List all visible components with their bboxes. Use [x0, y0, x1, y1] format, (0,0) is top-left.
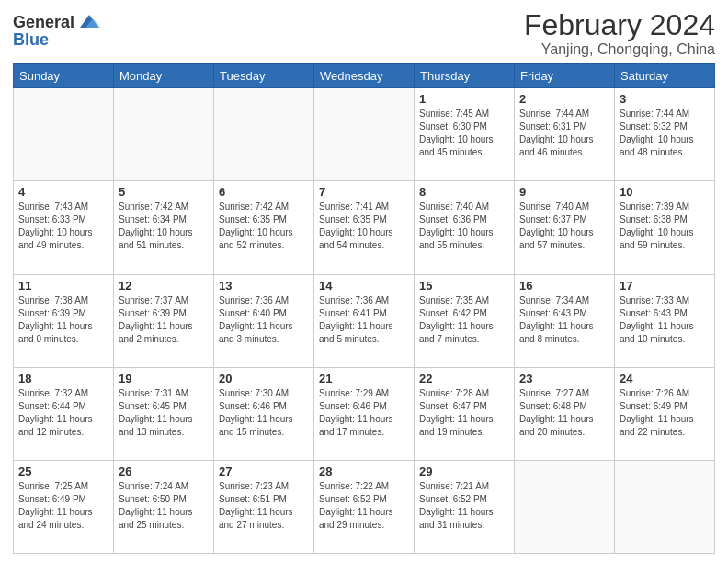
calendar-cell: 1Sunrise: 7:45 AMSunset: 6:30 PMDaylight… [415, 88, 515, 181]
calendar-cell: 23Sunrise: 7:27 AMSunset: 6:48 PMDayligh… [515, 367, 615, 460]
day-number: 24 [620, 372, 710, 385]
calendar-cell: 17Sunrise: 7:33 AMSunset: 6:43 PMDayligh… [615, 274, 715, 367]
calendar-cell: 3Sunrise: 7:44 AMSunset: 6:32 PMDaylight… [615, 88, 715, 181]
day-info: Sunrise: 7:28 AMSunset: 6:47 PMDaylight:… [419, 387, 509, 439]
day-number: 14 [319, 279, 409, 293]
day-number: 22 [419, 372, 509, 385]
day-number: 19 [119, 372, 209, 385]
day-info: Sunrise: 7:45 AMSunset: 6:30 PMDaylight:… [419, 108, 509, 159]
title-block: February 2024 Yanjing, Chongqing, China [524, 9, 715, 58]
day-number: 10 [620, 185, 710, 199]
day-info: Sunrise: 7:24 AMSunset: 6:50 PMDaylight:… [119, 480, 209, 532]
calendar-cell: 8Sunrise: 7:40 AMSunset: 6:36 PMDaylight… [415, 181, 515, 274]
day-number: 2 [519, 92, 609, 106]
logo-general: General [13, 14, 74, 30]
day-number: 20 [219, 372, 309, 385]
logo-blue: Blue [13, 30, 49, 49]
calendar-cell: 12Sunrise: 7:37 AMSunset: 6:39 PMDayligh… [114, 274, 214, 367]
calendar-cell: 7Sunrise: 7:41 AMSunset: 6:35 PMDaylight… [314, 181, 415, 274]
calendar-cell [615, 460, 715, 553]
day-number: 17 [620, 279, 710, 293]
calendar-cell: 6Sunrise: 7:42 AMSunset: 6:35 PMDaylight… [214, 181, 314, 274]
calendar-table: Sunday Monday Tuesday Wednesday Thursday… [13, 63, 715, 554]
day-info: Sunrise: 7:29 AMSunset: 6:46 PMDaylight:… [319, 387, 409, 439]
logo-icon [76, 11, 100, 31]
logo: General Blue [13, 13, 100, 49]
day-info: Sunrise: 7:43 AMSunset: 6:33 PMDaylight:… [18, 201, 108, 252]
calendar-subtitle: Yanjing, Chongqing, China [524, 41, 715, 58]
day-info: Sunrise: 7:39 AMSunset: 6:38 PMDaylight:… [620, 201, 710, 252]
header: General Blue February 2024 Yanjing, Chon… [13, 9, 715, 58]
day-info: Sunrise: 7:30 AMSunset: 6:46 PMDaylight:… [219, 387, 309, 439]
calendar-cell [314, 88, 415, 181]
day-number: 11 [18, 279, 108, 293]
day-number: 8 [419, 185, 509, 199]
week-row-1: 1Sunrise: 7:45 AMSunset: 6:30 PMDaylight… [14, 88, 715, 181]
day-number: 15 [419, 279, 509, 293]
header-monday: Monday [114, 64, 214, 88]
week-row-4: 18Sunrise: 7:32 AMSunset: 6:44 PMDayligh… [14, 367, 715, 460]
day-number: 12 [119, 279, 209, 293]
day-info: Sunrise: 7:42 AMSunset: 6:35 PMDaylight:… [219, 201, 309, 252]
day-info: Sunrise: 7:38 AMSunset: 6:39 PMDaylight:… [18, 294, 108, 346]
calendar-cell: 20Sunrise: 7:30 AMSunset: 6:46 PMDayligh… [214, 367, 314, 460]
day-number: 5 [119, 185, 209, 199]
day-info: Sunrise: 7:27 AMSunset: 6:48 PMDaylight:… [519, 387, 609, 439]
header-thursday: Thursday [415, 64, 515, 88]
calendar-cell: 25Sunrise: 7:25 AMSunset: 6:49 PMDayligh… [14, 460, 114, 553]
day-info: Sunrise: 7:22 AMSunset: 6:52 PMDaylight:… [319, 480, 409, 532]
day-number: 7 [319, 185, 409, 199]
day-info: Sunrise: 7:36 AMSunset: 6:41 PMDaylight:… [319, 294, 409, 346]
page: General Blue February 2024 Yanjing, Chon… [0, 0, 728, 563]
calendar-cell: 2Sunrise: 7:44 AMSunset: 6:31 PMDaylight… [515, 88, 615, 181]
day-number: 21 [319, 372, 409, 385]
calendar-cell: 24Sunrise: 7:26 AMSunset: 6:49 PMDayligh… [615, 367, 715, 460]
day-info: Sunrise: 7:31 AMSunset: 6:45 PMDaylight:… [119, 387, 209, 439]
day-info: Sunrise: 7:42 AMSunset: 6:34 PMDaylight:… [119, 201, 209, 252]
calendar-cell [14, 88, 114, 181]
calendar-cell: 10Sunrise: 7:39 AMSunset: 6:38 PMDayligh… [615, 181, 715, 274]
calendar-cell [114, 88, 214, 181]
week-row-5: 25Sunrise: 7:25 AMSunset: 6:49 PMDayligh… [14, 460, 715, 553]
day-number: 6 [219, 185, 309, 199]
week-row-3: 11Sunrise: 7:38 AMSunset: 6:39 PMDayligh… [14, 274, 715, 367]
day-number: 29 [419, 465, 509, 478]
day-info: Sunrise: 7:25 AMSunset: 6:49 PMDaylight:… [18, 480, 108, 532]
day-info: Sunrise: 7:36 AMSunset: 6:40 PMDaylight:… [219, 294, 309, 346]
calendar-cell: 26Sunrise: 7:24 AMSunset: 6:50 PMDayligh… [114, 460, 214, 553]
header-friday: Friday [515, 64, 615, 88]
day-number: 3 [620, 92, 710, 106]
day-info: Sunrise: 7:37 AMSunset: 6:39 PMDaylight:… [119, 294, 209, 346]
calendar-cell: 27Sunrise: 7:23 AMSunset: 6:51 PMDayligh… [214, 460, 314, 553]
calendar-cell: 14Sunrise: 7:36 AMSunset: 6:41 PMDayligh… [314, 274, 415, 367]
calendar-title: February 2024 [524, 9, 715, 41]
day-info: Sunrise: 7:40 AMSunset: 6:37 PMDaylight:… [519, 201, 609, 252]
day-info: Sunrise: 7:21 AMSunset: 6:52 PMDaylight:… [419, 480, 509, 532]
calendar-cell: 29Sunrise: 7:21 AMSunset: 6:52 PMDayligh… [415, 460, 515, 553]
calendar-cell: 9Sunrise: 7:40 AMSunset: 6:37 PMDaylight… [515, 181, 615, 274]
day-number: 9 [519, 185, 609, 199]
calendar-cell: 21Sunrise: 7:29 AMSunset: 6:46 PMDayligh… [314, 367, 415, 460]
calendar-cell [515, 460, 615, 553]
day-info: Sunrise: 7:33 AMSunset: 6:43 PMDaylight:… [620, 294, 710, 346]
day-info: Sunrise: 7:23 AMSunset: 6:51 PMDaylight:… [219, 480, 309, 532]
day-info: Sunrise: 7:44 AMSunset: 6:32 PMDaylight:… [620, 108, 710, 159]
calendar-cell: 28Sunrise: 7:22 AMSunset: 6:52 PMDayligh… [314, 460, 415, 553]
day-info: Sunrise: 7:26 AMSunset: 6:49 PMDaylight:… [620, 387, 710, 439]
calendar-cell: 5Sunrise: 7:42 AMSunset: 6:34 PMDaylight… [114, 181, 214, 274]
weekday-header-row: Sunday Monday Tuesday Wednesday Thursday… [14, 64, 715, 88]
day-number: 27 [219, 465, 309, 478]
calendar-cell: 19Sunrise: 7:31 AMSunset: 6:45 PMDayligh… [114, 367, 214, 460]
calendar-cell: 11Sunrise: 7:38 AMSunset: 6:39 PMDayligh… [14, 274, 114, 367]
day-number: 26 [119, 465, 209, 478]
calendar-cell [214, 88, 314, 181]
calendar-cell: 18Sunrise: 7:32 AMSunset: 6:44 PMDayligh… [14, 367, 114, 460]
day-number: 13 [219, 279, 309, 293]
header-tuesday: Tuesday [214, 64, 314, 88]
calendar-cell: 13Sunrise: 7:36 AMSunset: 6:40 PMDayligh… [214, 274, 314, 367]
calendar-cell: 15Sunrise: 7:35 AMSunset: 6:42 PMDayligh… [415, 274, 515, 367]
day-info: Sunrise: 7:44 AMSunset: 6:31 PMDaylight:… [519, 108, 609, 159]
day-number: 23 [519, 372, 609, 385]
day-number: 4 [18, 185, 108, 199]
day-info: Sunrise: 7:32 AMSunset: 6:44 PMDaylight:… [18, 387, 108, 439]
